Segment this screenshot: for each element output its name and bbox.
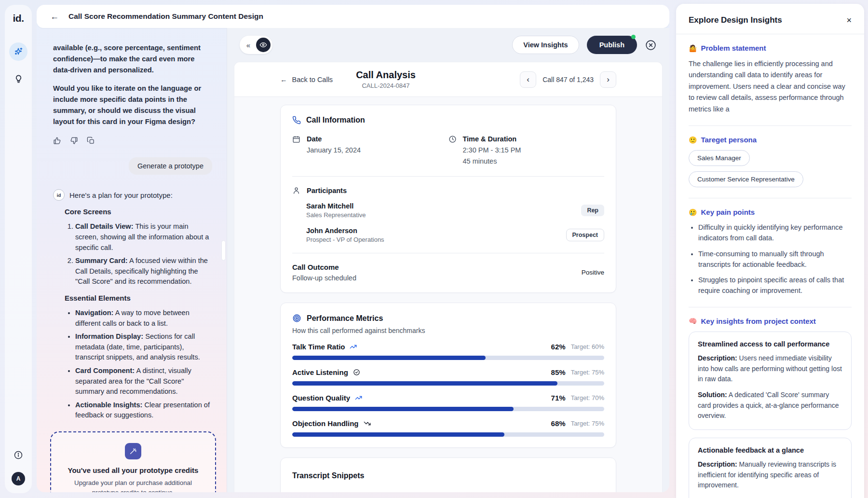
collapse-icon[interactable]: «	[242, 41, 255, 49]
card-title: Transcript Snippets	[292, 471, 364, 480]
info-icon[interactable]	[9, 446, 27, 464]
metric-row: Question Quality 71% Target: 70%	[292, 394, 604, 411]
app-logo: id.	[13, 13, 24, 24]
list-item: Information Display: Sections for call m…	[75, 332, 212, 363]
section-heading[interactable]: Problem statement	[701, 44, 766, 52]
insight-card: Actionable feedback at a glance Descript…	[689, 438, 852, 498]
target-persona-section: 🙂 Tareget persona Sales Manager Customer…	[689, 126, 852, 198]
metric-row: Talk Time Ratio 62% Target: 60%	[292, 343, 604, 360]
magic-wand-icon	[125, 443, 141, 459]
card-title: Performance Metrics	[307, 314, 383, 323]
call-pagination: ‹ Call 847 of 1,243 ›	[520, 71, 616, 88]
section-heading[interactable]: Key insights from project context	[701, 317, 815, 325]
call-outcome-row: Call Outcome Follow-up scheduled Positiv…	[292, 263, 604, 282]
publish-status-dot	[631, 35, 636, 39]
trend-up-icon	[350, 343, 357, 350]
thumbs-up-icon[interactable]	[53, 137, 61, 145]
clock-icon	[448, 135, 457, 166]
copy-icon[interactable]	[87, 137, 95, 145]
metric-row: Active Listening 85% Target: 75%	[292, 368, 604, 386]
credits-title: You've used all your prototype credits	[61, 466, 205, 474]
preview-toolbar: « View Insights Publish	[227, 28, 669, 62]
participant-badge: Prospect	[566, 229, 605, 241]
preview-panel: « View Insights Publish	[227, 28, 669, 492]
chat-scrollbar[interactable]	[221, 240, 226, 261]
next-call-button[interactable]: ›	[600, 71, 616, 88]
main-column: ← Call Score Recommendation Summary Cont…	[37, 5, 669, 492]
thumbs-down-icon[interactable]	[70, 137, 78, 145]
progress-bar	[292, 407, 604, 411]
key-insights-section: 🧠 Key insights from project context Stre…	[689, 307, 852, 498]
user-message-bubble: Generate a prototype	[129, 157, 212, 175]
credits-exhausted-card: You've used all your prototype credits U…	[50, 431, 216, 492]
user-avatar[interactable]: A	[12, 472, 25, 485]
plan-section-heading: Essential Elements	[65, 294, 212, 302]
app-title-block: Call Analysis CALL-2024-0847	[356, 69, 416, 89]
eye-icon[interactable]	[256, 38, 271, 52]
section-heading[interactable]: Key pain points	[701, 208, 755, 216]
insights-panel-title: Explore Design Insights	[689, 15, 782, 25]
preview-mode-toggle: «	[240, 36, 272, 54]
credits-body: Upgrade your plan or purchase additional…	[61, 478, 205, 492]
project-title: Call Score Recommendation Summary Conten…	[68, 12, 263, 21]
progress-bar	[292, 432, 604, 437]
problem-emoji-icon: 🤷	[689, 44, 697, 52]
back-to-calls-button[interactable]: ← Back to Calls	[280, 76, 333, 83]
participants-label-row: Participants	[292, 186, 604, 194]
assistant-avatar: id	[53, 189, 65, 201]
list-item: Card Component: A distinct, visually sep…	[75, 366, 212, 397]
performance-metrics-card: Performance Metrics How this call perfor…	[280, 303, 616, 448]
participant-row: John Anderson Prospect - VP of Operation…	[306, 227, 604, 243]
lightbulb-icon[interactable]	[9, 69, 27, 88]
left-rail: id. A	[5, 5, 32, 493]
target-icon	[292, 314, 301, 323]
prototype-app-window: ← Back to Calls Call Analysis CALL-2024-…	[234, 62, 663, 492]
publish-button[interactable]: Publish	[587, 36, 637, 54]
card-title: Call Information	[306, 116, 365, 124]
participant-row: Sarah Mitchell Sales Representative Rep	[306, 202, 604, 219]
problem-statement-section: 🤷 Problem statement The challenge lies i…	[689, 34, 852, 126]
assistant-message: available (e.g., score percentage, senti…	[53, 42, 212, 127]
plan-section-heading: Core Screens	[65, 208, 212, 216]
calendar-icon	[292, 135, 300, 166]
pagination-label: Call 847 of 1,243	[542, 76, 594, 83]
persona-pill[interactable]: Sales Manager	[689, 150, 750, 166]
list-item: Call Details View: This is your main scr…	[75, 221, 212, 253]
back-icon[interactable]: ←	[50, 12, 59, 21]
participant-badge: Rep	[581, 205, 604, 216]
date-field: Date January 15, 2024	[292, 135, 448, 166]
prev-call-button[interactable]: ‹	[520, 71, 536, 88]
person-icon	[292, 186, 300, 194]
plan-body: Core Screens Call Details View: This is …	[53, 208, 212, 421]
app-root: id. A ← Call Score Recommendation Summar…	[0, 0, 868, 498]
problem-statement-text: The challenge lies in efficiently proces…	[689, 58, 852, 115]
progress-bar	[292, 356, 604, 360]
list-item: Summary Card: A focused view within the …	[75, 256, 212, 287]
list-item: Navigation: A way to move between differ…	[75, 308, 212, 329]
insight-card: Streamlined access to call performance D…	[689, 332, 852, 430]
view-insights-button[interactable]: View Insights	[512, 36, 579, 54]
close-icon[interactable]: ×	[846, 16, 852, 25]
trend-down-icon	[364, 420, 371, 427]
pain-emoji-icon: 🥲	[689, 208, 697, 216]
call-id: CALL-2024-0847	[356, 82, 416, 89]
key-pain-points-section: 🥲 Key pain points Difficulty in quickly …	[689, 198, 852, 307]
core-screens-list: Call Details View: This is your main scr…	[65, 221, 212, 287]
message-feedback-row	[53, 137, 212, 145]
persona-pill[interactable]: Customer Service Representative	[689, 171, 803, 187]
app-header: ← Back to Calls Call Analysis CALL-2024-…	[234, 62, 662, 97]
app-body: Call Information Date January 15, 2	[234, 97, 662, 492]
app-title: Call Analysis	[356, 69, 416, 81]
sparkle-ai-icon[interactable]	[9, 42, 27, 61]
back-icon: ←	[280, 76, 287, 83]
metrics-subtitle: How this call performed against benchmar…	[292, 327, 604, 334]
pain-point: Difficulty in quickly identifying key pe…	[698, 222, 852, 244]
outcome-status: Positive	[582, 269, 604, 276]
section-heading[interactable]: Tareget persona	[701, 136, 757, 144]
trend-up-icon	[355, 394, 362, 401]
list-item: Actionable Insights: Clear presentation …	[75, 400, 212, 421]
plan-intro-text: Here's a plan for your prototype:	[69, 191, 173, 199]
transcript-snippets-card: Transcript Snippets	[280, 457, 616, 492]
close-circle-icon[interactable]	[645, 39, 657, 51]
phone-icon	[292, 116, 301, 124]
